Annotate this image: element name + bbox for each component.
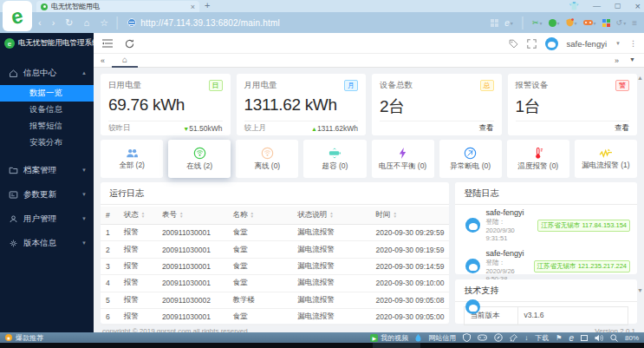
- sort-icon: ▲▼: [179, 212, 183, 218]
- tabs-menu-chevron-icon[interactable]: ▼: [629, 56, 635, 65]
- back-button[interactable]: ‹: [38, 17, 42, 28]
- monthly-usage-value: 1311.62 kWh: [244, 95, 359, 115]
- sidebar-group-info-center[interactable]: 信息中心 ▲: [0, 62, 94, 83]
- tag-icon[interactable]: [509, 39, 518, 49]
- search-engine-selector[interactable]: e▾: [504, 18, 513, 28]
- trend-up-icon: ▲: [311, 126, 317, 132]
- support-panel: 技术支持 当前版本 v3.1.6: [455, 279, 637, 324]
- home-button[interactable]: ⌂: [84, 17, 90, 28]
- table-row: 6报警200911030001食堂漏电流报警2020-09-30 09:05:0…: [101, 308, 449, 325]
- tabs-scroll-left-icon[interactable]: «: [94, 56, 112, 65]
- reload-button[interactable]: ↻: [65, 17, 73, 29]
- device-total-value: 2台: [380, 95, 494, 118]
- skin-icon[interactable]: 👕: [569, 0, 579, 12]
- sidebar-item-device-info[interactable]: 设备信息: [0, 102, 94, 118]
- user-name[interactable]: safe-fengyi: [567, 39, 607, 49]
- gamepad-icon[interactable]: [478, 334, 487, 341]
- filter-online-button[interactable]: 在线 (2): [168, 140, 231, 178]
- login-log-title: 登陆日志: [455, 182, 637, 205]
- zoom-search-icon[interactable]: [610, 334, 618, 342]
- apps-grid-icon[interactable]: [491, 19, 498, 27]
- login-location-tag: 江苏省无锡市 121.235.217.224: [534, 260, 630, 272]
- shield-icon[interactable]: [463, 333, 471, 342]
- col-name[interactable]: 名称▲▼: [227, 207, 292, 225]
- scroll-down-icon[interactable]: ▼: [637, 287, 643, 293]
- zoom-level[interactable]: 80%: [625, 334, 639, 342]
- menu-icon[interactable]: ≡: [632, 18, 637, 28]
- pin-icon[interactable]: [510, 334, 517, 342]
- tab-close-icon[interactable]: ×: [191, 3, 195, 11]
- screenshot-scissors-icon[interactable]: ✂▾: [532, 18, 543, 27]
- speaker-icon[interactable]: [595, 334, 603, 342]
- power-cut-icon: [464, 147, 477, 160]
- version-value: v3.1.6: [518, 307, 628, 325]
- view-devices-link[interactable]: 查看: [479, 123, 494, 134]
- compass-icon[interactable]: [494, 333, 503, 342]
- filter-leakage-alarm-button[interactable]: 漏电流报警 (1): [575, 140, 637, 178]
- fullscreen-icon[interactable]: [527, 39, 537, 49]
- user-menu-chevron-down-icon[interactable]: ▼: [615, 41, 621, 46]
- col-status[interactable]: 状态▲▼: [119, 207, 157, 225]
- sidebar-group-params[interactable]: 参数更新 ▼: [0, 184, 94, 205]
- wallet-extension-icon[interactable]: ▾: [549, 19, 560, 27]
- site-credit-link[interactable]: 网站信用: [428, 333, 456, 343]
- day-badge: 日: [209, 80, 223, 91]
- page-tabbar: « ⌂ » ▼: [94, 54, 644, 68]
- filter-voltage-imbalance-button[interactable]: 电压不平衡 (0): [372, 140, 434, 178]
- col-status-desc[interactable]: 状态说明▲▼: [292, 207, 370, 225]
- site-globe-icon: [127, 18, 136, 27]
- card-daily-usage: 日用电量日 69.76 kWh 较昨日▼51.50kWh: [101, 74, 231, 135]
- user-avatar[interactable]: [545, 37, 558, 50]
- refresh-icon[interactable]: [125, 39, 134, 49]
- address-bar[interactable]: http://47.114.39.13:6802/main.html: [140, 18, 280, 28]
- browser-logo[interactable]: e: [3, 1, 32, 31]
- filter-offline-button[interactable]: 离线 (0): [236, 140, 298, 178]
- download-link[interactable]: 下载: [535, 333, 549, 343]
- run-log-title: 运行日志: [101, 182, 449, 205]
- new-tab-button[interactable]: +: [205, 0, 210, 10]
- filter-power-cut-button[interactable]: 异常断电 (0): [439, 140, 502, 178]
- window-icon[interactable]: [581, 335, 588, 341]
- filter-overcapacity-button[interactable]: 超容 (0): [303, 140, 366, 178]
- play-icon: ▶: [370, 334, 378, 342]
- sidebar-item-data-overview[interactable]: 数据一览: [0, 85, 94, 102]
- run-log-table: # 状态▲▼ 表号▲▼ 名称▲▼ 状态说明▲▼ 时间▲▼ 1报警20091103…: [101, 207, 449, 325]
- chevron-down-icon: ▼: [81, 167, 87, 173]
- shield-extension-icon[interactable]: ▾: [566, 18, 577, 27]
- bookmark-star-icon[interactable]: ☆: [100, 17, 108, 29]
- sidebar-group-archive[interactable]: 档案管理 ▼: [0, 160, 94, 181]
- scroll-up-icon[interactable]: ▲: [637, 75, 643, 81]
- extensions-grid-icon[interactable]: [602, 19, 610, 27]
- promo-link[interactable]: ★ 爆款推荐: [0, 333, 43, 343]
- tab-favicon: [41, 3, 48, 10]
- tabs-scroll-right-icon[interactable]: »: [615, 56, 619, 65]
- my-videos-link[interactable]: ▶我的视频: [370, 333, 408, 343]
- sidebar-item-alarm-sms[interactable]: 报警短信: [0, 118, 94, 135]
- water-drop-icon[interactable]: [415, 333, 421, 342]
- flag-icon[interactable]: ⚑: [556, 334, 562, 342]
- close-button[interactable]: ×: [635, 0, 641, 12]
- filter-temperature-alarm-button[interactable]: 温度报警 (0): [507, 140, 569, 178]
- browser-tab[interactable]: 电无忧智能用电 ×: [36, 1, 199, 12]
- sidebar-group-users[interactable]: 用户管理 ▼: [0, 208, 94, 229]
- browser-e-icon[interactable]: e: [569, 333, 574, 343]
- support-title: 技术支持: [455, 279, 637, 302]
- login-log-panel: 登陆日志 safe-fengyi登陆： 2020/9/30 9:31:51 江苏…: [455, 182, 637, 274]
- browser-titlebar: e 电无忧智能用电 × + 👕 — ▢ ×: [0, 0, 644, 12]
- sidebar-collapse-icon[interactable]: [102, 39, 113, 48]
- filter-all-button[interactable]: 全部 (2): [101, 140, 163, 178]
- sidebar-item-install-distribution[interactable]: 安装分布: [0, 135, 94, 151]
- col-time[interactable]: 时间▲▼: [370, 207, 449, 225]
- home-page-tab[interactable]: ⌂: [112, 54, 138, 68]
- games-extension-icon[interactable]: ▾: [583, 19, 596, 26]
- download-arrow-icon[interactable]: ↓: [524, 334, 528, 342]
- more-options-icon[interactable]: ⋮: [629, 39, 637, 48]
- col-meter-no[interactable]: 表号▲▼: [157, 207, 228, 225]
- forward-button[interactable]: ›: [52, 17, 55, 28]
- view-alarms-link[interactable]: 查看: [615, 123, 629, 134]
- undo-history-icon[interactable]: ↺▾: [616, 18, 627, 27]
- month-badge: 月: [344, 80, 358, 91]
- maximize-button[interactable]: ▢: [615, 0, 621, 12]
- minimize-button[interactable]: —: [593, 0, 601, 12]
- sidebar-group-version[interactable]: 版本信息 ▼: [0, 233, 94, 253]
